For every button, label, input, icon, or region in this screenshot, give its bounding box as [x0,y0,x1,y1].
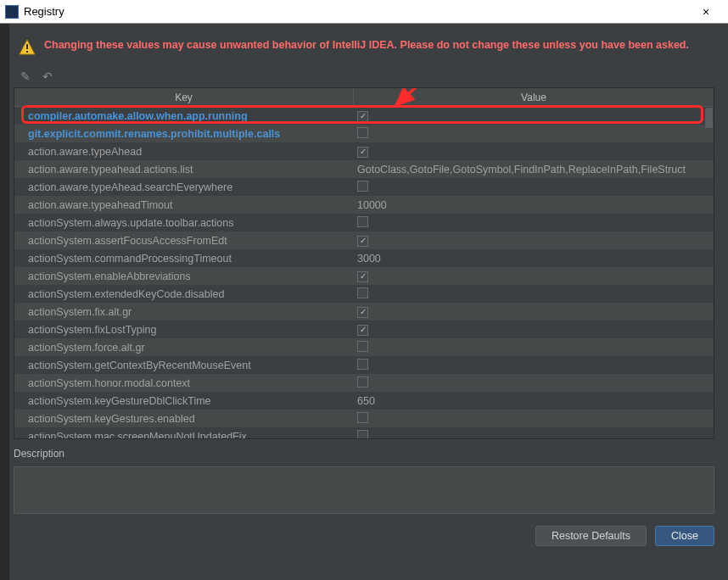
table-row[interactable]: actionSystem.force.alt.gr [14,338,714,356]
table-row[interactable]: actionSystem.keyGestures.enabled [14,410,714,427]
registry-key: actionSystem.assertFocusAccessFromEdt [14,235,354,247]
registry-key: actionSystem.honor.modal.context [14,377,354,389]
table-row[interactable]: action.aware.typeahead.actions.listGotoC… [14,160,714,178]
header-value[interactable]: Value [354,88,714,106]
table-row[interactable]: actionSystem.assertFocusAccessFromEdt✓ [14,231,714,249]
left-gutter [0,24,9,580]
value-checkbox[interactable]: ✓ [357,147,368,158]
window-title: Registry [24,5,689,18]
registry-key: action.aware.typeAhead [14,146,354,158]
registry-table: Key Value compiler.automake.allow.when.a… [14,87,714,439]
restore-defaults-button[interactable]: Restore Defaults [535,526,647,546]
registry-key: action.aware.typeAhead.searchEverywhere [14,181,354,193]
registry-key: actionSystem.fix.alt.gr [14,306,354,318]
registry-key: actionSystem.mac.screenMenuNotUpdatedFix [14,431,354,439]
scrollbar-thumb[interactable] [705,108,713,128]
edit-icon[interactable]: ✎ [20,70,31,83]
dialog-body: Changing these values may cause unwanted… [0,24,728,580]
table-row[interactable]: actionSystem.keyGestureDblClickTime650 [14,392,714,410]
registry-value[interactable] [354,359,714,372]
svg-rect-1 [26,44,28,49]
table-row[interactable]: action.aware.typeaheadTimout10000 [14,196,714,214]
registry-value[interactable]: ✓ [354,270,714,282]
table-header: Key Value [14,88,714,107]
titlebar: Registry × [0,0,728,24]
warning-icon [19,39,36,59]
value-checkbox[interactable]: ✓ [357,325,368,336]
value-checkbox[interactable] [357,430,368,439]
description-area[interactable] [14,466,714,514]
registry-value[interactable] [354,181,714,194]
value-checkbox[interactable] [357,341,368,352]
button-bar: Restore Defaults Close [14,526,714,546]
close-icon[interactable]: × [689,0,723,24]
value-checkbox[interactable]: ✓ [357,307,368,318]
undo-icon[interactable]: ↶ [42,70,53,83]
table-row[interactable]: action.aware.typeAhead.searchEverywhere [14,178,714,196]
header-key[interactable]: Key [14,88,354,106]
registry-value[interactable] [354,216,714,230]
registry-key: actionSystem.force.alt.gr [14,342,354,354]
value-checkbox[interactable] [357,359,368,370]
app-icon [5,5,19,19]
registry-value[interactable]: ✓ [354,305,714,318]
table-body: compiler.automake.allow.when.app.running… [14,107,714,438]
table-row[interactable]: action.aware.typeAhead✓ [14,142,714,160]
registry-key: actionSystem.enableAbbreviations [14,270,354,282]
value-checkbox[interactable] [357,127,368,138]
table-row[interactable]: compiler.automake.allow.when.app.running… [14,107,714,125]
registry-key: actionSystem.getContextByRecentMouseEven… [14,360,354,371]
registry-value[interactable] [354,376,714,390]
close-button[interactable]: Close [655,526,714,546]
registry-key: actionSystem.commandProcessingTimeout [14,253,354,265]
registry-key: actionSystem.keyGestures.enabled [14,413,354,425]
table-row[interactable]: actionSystem.honor.modal.context [14,374,714,392]
registry-value[interactable] [354,127,714,141]
description-label: Description [14,448,714,460]
value-checkbox[interactable]: ✓ [357,236,368,247]
registry-value[interactable]: ✓ [354,234,714,247]
value-checkbox[interactable]: ✓ [357,271,368,282]
table-row[interactable]: actionSystem.enableAbbreviations✓ [14,267,714,285]
value-checkbox[interactable] [357,216,368,227]
registry-key: action.aware.typeahead.actions.list [14,164,354,176]
registry-value[interactable] [354,430,714,439]
registry-key: actionSystem.always.update.toolbar.actio… [14,217,354,229]
registry-key: actionSystem.extendedKeyCode.disabled [14,288,354,300]
registry-value[interactable] [354,287,714,301]
table-row[interactable]: actionSystem.fix.alt.gr✓ [14,303,714,321]
value-checkbox[interactable] [357,181,368,192]
registry-value[interactable] [354,341,714,354]
registry-key: actionSystem.keyGestureDblClickTime [14,395,354,407]
value-checkbox[interactable] [357,287,368,298]
warning-banner: Changing these values may cause unwanted… [14,39,714,59]
registry-value[interactable]: 650 [354,395,714,407]
registry-value[interactable] [354,412,714,426]
table-row[interactable]: actionSystem.mac.screenMenuNotUpdatedFix [14,427,714,438]
registry-key: compiler.automake.allow.when.app.running [14,110,354,122]
value-checkbox[interactable]: ✓ [357,111,368,122]
value-checkbox[interactable] [357,412,368,423]
toolbar: ✎ ↶ [14,69,714,87]
registry-value[interactable]: ✓ [354,323,714,336]
registry-value[interactable]: ✓ [354,109,714,122]
value-checkbox[interactable] [357,376,368,388]
registry-key: git.explicit.commit.renames.prohibit.mul… [14,128,354,140]
registry-value[interactable]: GotoClass,GotoFile,GotoSymbol,FindInPath… [354,164,714,176]
svg-rect-2 [26,51,28,53]
table-row[interactable]: git.explicit.commit.renames.prohibit.mul… [14,125,714,142]
registry-value[interactable]: 10000 [354,199,714,211]
registry-value[interactable]: ✓ [354,145,714,158]
registry-value[interactable]: 3000 [354,253,714,265]
table-row[interactable]: actionSystem.fixLostTyping✓ [14,321,714,338]
warning-text: Changing these values may cause unwanted… [44,39,689,51]
scrollbar-track[interactable] [705,108,713,438]
table-row[interactable]: actionSystem.always.update.toolbar.actio… [14,214,714,231]
registry-key: actionSystem.fixLostTyping [14,324,354,336]
table-row[interactable]: actionSystem.commandProcessingTimeout300… [14,249,714,267]
registry-key: action.aware.typeaheadTimout [14,199,354,211]
table-row[interactable]: actionSystem.getContextByRecentMouseEven… [14,356,714,374]
table-row[interactable]: actionSystem.extendedKeyCode.disabled [14,285,714,303]
